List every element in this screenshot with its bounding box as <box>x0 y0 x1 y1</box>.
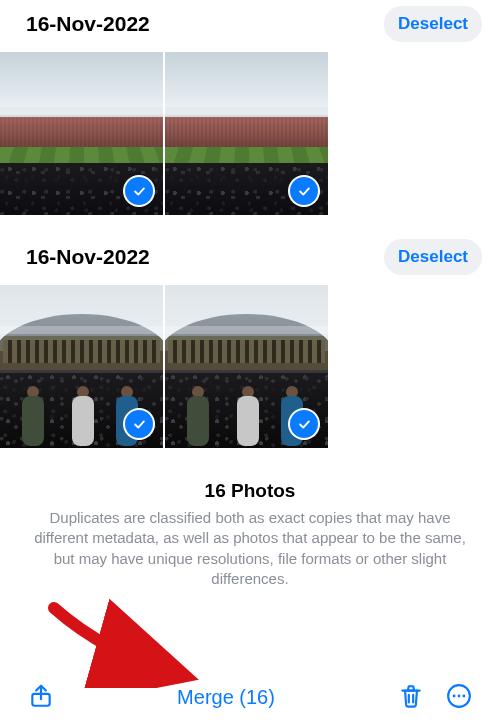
photo-thumbnail[interactable] <box>0 52 163 215</box>
merge-button[interactable]: Merge (16) <box>167 680 285 715</box>
duplicates-screen: 16-Nov-2022 Deselect <box>0 0 500 728</box>
delete-button[interactable] <box>392 677 430 718</box>
duplicates-description: Duplicates are classified both as exact … <box>22 508 478 589</box>
svg-point-4 <box>462 694 465 697</box>
deselect-button[interactable]: Deselect <box>384 239 482 275</box>
duplicate-group: 16-Nov-2022 Deselect <box>0 0 500 215</box>
share-button[interactable] <box>22 677 60 718</box>
share-icon <box>28 683 54 712</box>
info-section: 16 Photos Duplicates are classified both… <box>0 466 500 595</box>
bottom-toolbar: Merge (16) <box>0 666 500 728</box>
trash-icon <box>398 683 424 712</box>
photo-thumbnail[interactable] <box>0 285 163 448</box>
photo-count-label: 16 Photos <box>22 480 478 502</box>
svg-point-3 <box>458 694 461 697</box>
photo-thumbnail[interactable] <box>165 52 328 215</box>
selected-checkmark-icon <box>290 177 318 205</box>
group-header: 16-Nov-2022 Deselect <box>0 233 500 285</box>
group-date: 16-Nov-2022 <box>26 245 150 269</box>
photo-thumbnail[interactable] <box>165 285 328 448</box>
group-date: 16-Nov-2022 <box>26 12 150 36</box>
deselect-button[interactable]: Deselect <box>384 6 482 42</box>
selected-checkmark-icon <box>125 410 153 438</box>
group-header: 16-Nov-2022 Deselect <box>0 0 500 52</box>
selected-checkmark-icon <box>125 177 153 205</box>
selected-checkmark-icon <box>290 410 318 438</box>
duplicate-group: 16-Nov-2022 Deselect <box>0 233 500 448</box>
group-thumbnails <box>0 52 500 215</box>
group-thumbnails <box>0 285 500 448</box>
ellipsis-circle-icon <box>446 683 472 712</box>
svg-point-2 <box>453 694 456 697</box>
more-button[interactable] <box>440 677 478 718</box>
